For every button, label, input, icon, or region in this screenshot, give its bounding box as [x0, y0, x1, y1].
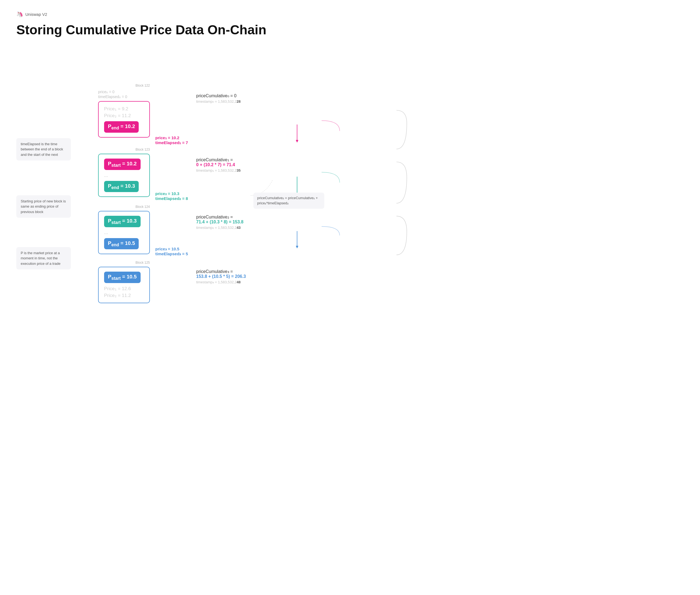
- block124-ellipsis: ...: [104, 230, 144, 235]
- block-124-group: Block 124 Pstart = 10.3 ... Pend = 10.5: [98, 205, 150, 254]
- block123-ellipsis: ...: [104, 173, 144, 178]
- price2-info: price₂ = 10.3 timeElapsed₂ = 8: [155, 191, 188, 201]
- block125-pstart: Pstart = 10.5: [104, 272, 141, 283]
- block-122-group: Block 122 price₀ = 0 timeElapsed₀ = 0 Pr…: [98, 84, 150, 138]
- cumulative2-note: priceCumulative₂ = priceCumulative₁ + pr…: [253, 193, 324, 209]
- block-122-label: Block 122: [98, 84, 150, 87]
- block-125-label: Block 125: [98, 261, 150, 264]
- brand-name: Uniswap V2: [25, 12, 47, 17]
- header-brand: 🦄 Uniswap V2: [16, 11, 684, 18]
- block-124-card: Pstart = 10.3 ... Pend = 10.5: [98, 211, 150, 254]
- block124-pstart: Pstart = 10.3: [104, 216, 141, 227]
- page-title: Storing Cumulative Price Data On-Chain: [16, 23, 684, 37]
- annotation-starting-price: Starting price of new block is same as e…: [16, 195, 71, 218]
- block-125-card: Pstart = 10.5 Price₁ = 12.6 Price₂ = 11.…: [98, 267, 150, 303]
- svg-marker-1: [296, 140, 298, 142]
- price1-info: price₁ = 10.2 timeElapsed₁ = 7: [155, 135, 188, 145]
- timeelapsed0-above: timeElapsed₀ = 0: [98, 94, 150, 99]
- block-122-card: Price₁ = 9.2 Price₂ = 11.2 Pend = 10.2: [98, 101, 150, 138]
- annotation-timeelapsed: timeElapsed is the time between the end …: [16, 138, 71, 161]
- block125-price2: Price₂ = 11.2: [104, 292, 144, 298]
- block-125-group: Block 125 Pstart = 10.5 Price₁ = 12.6 Pr…: [98, 261, 150, 303]
- diagram-container: timeElapsed is the time between the end …: [16, 51, 684, 296]
- block122-pend: Pend = 10.2: [104, 121, 139, 133]
- annotation-market-price: P is the market price at a moment in tim…: [16, 247, 71, 270]
- price0-above: price₀ = 0: [98, 90, 150, 94]
- price3-info: price₃ = 10.5 timeElapsed₃ = 5: [155, 247, 188, 256]
- block124-pend: Pend = 10.5: [104, 238, 139, 250]
- cumulative-1: priceCumulative₁ = 0 + (10.2 * 7) = 71.4…: [196, 157, 241, 172]
- cumulative-2: priceCumulative₂ = 71.4 + (10.3 * 8) = 1…: [196, 215, 243, 230]
- block125-price1: Price₁ = 12.6: [104, 286, 144, 291]
- block-123-group: Block 123 Pstart = 10.2 ... Pend = 10.3: [98, 148, 150, 197]
- block-123-card: Pstart = 10.2 ... Pend = 10.3: [98, 154, 150, 197]
- unicorn-icon: 🦄: [16, 11, 23, 18]
- svg-marker-5: [296, 246, 298, 248]
- block122-price2: Price₂ = 11.2: [104, 113, 144, 118]
- cumulative-3: priceCumulative₃ = 153.8 + (10.5 * 5) = …: [196, 269, 246, 284]
- block123-pstart: Pstart = 10.2: [104, 159, 141, 170]
- block123-pend: Pend = 10.3: [104, 181, 139, 192]
- block122-price1: Price₁ = 9.2: [104, 106, 144, 112]
- block-124-label: Block 124: [98, 205, 150, 209]
- cumulative-0: priceCumulative₀ = 0 timestamp₀ = 1,583,…: [196, 93, 241, 104]
- block-123-label: Block 123: [98, 148, 150, 151]
